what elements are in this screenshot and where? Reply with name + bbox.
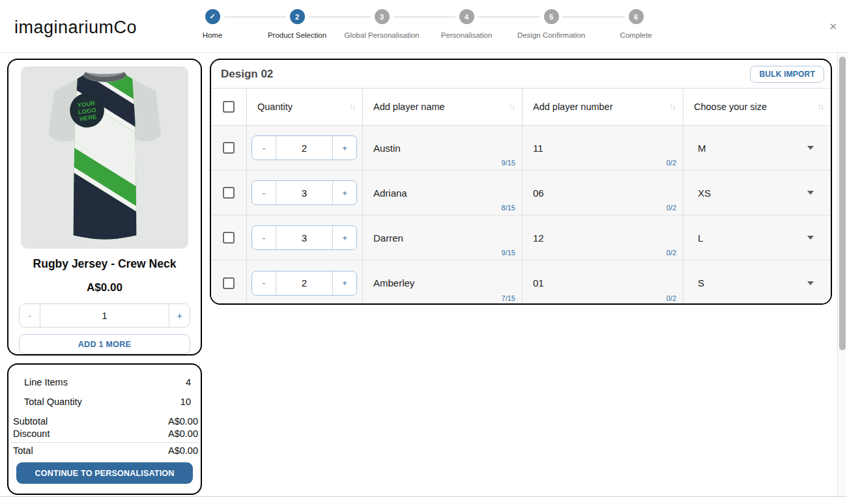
dropdown-caret-icon[interactable] <box>807 236 814 240</box>
select-all-header-cell <box>211 88 246 126</box>
step-label: Global Personalisation <box>344 31 419 39</box>
player-number-input[interactable]: 06 <box>523 188 544 199</box>
table-row-checkbox-cell <box>211 171 246 216</box>
player-name-input[interactable]: Amberley <box>363 277 414 288</box>
line-items-value: 4 <box>186 377 191 387</box>
decrement-button[interactable]: - <box>20 304 40 327</box>
player-number-input[interactable]: 12 <box>523 232 544 244</box>
step-design-confirmation[interactable]: 5 Design Confirmation <box>509 9 594 39</box>
total-quantity-row: Total Quantity 10 <box>24 397 191 407</box>
player-name-cell[interactable]: Amberley 7/15 <box>362 260 522 305</box>
player-number-cell[interactable]: 11 0/2 <box>522 126 683 171</box>
step-product-selection[interactable]: 2 Product Selection <box>255 9 339 39</box>
table-row-checkbox-cell <box>211 260 246 305</box>
dropdown-caret-icon[interactable] <box>807 146 814 150</box>
player-name-column-header[interactable]: Add player name ↑↓ <box>362 88 522 126</box>
step-home[interactable]: ✓ Home <box>170 9 255 39</box>
select-all-checkbox[interactable] <box>223 101 235 113</box>
table-row-checkbox-cell <box>211 126 246 171</box>
sort-icon[interactable]: ↑↓ <box>349 102 355 111</box>
row-checkbox[interactable] <box>223 277 235 289</box>
step-label: Product Selection <box>268 31 326 39</box>
player-name-cell[interactable]: Adriana 8/15 <box>362 171 522 216</box>
row-checkbox[interactable] <box>223 187 235 199</box>
size-select-cell[interactable]: L <box>683 216 831 260</box>
discount-value: A$0.00 <box>168 428 198 439</box>
step-personalisation[interactable]: 4 Personalisation <box>424 9 509 39</box>
total-quantity-label: Total Quantity <box>24 397 82 407</box>
increment-button[interactable]: + <box>332 226 356 249</box>
scrollbar-thumb[interactable] <box>839 57 846 350</box>
quantity-value[interactable]: 2 <box>276 136 332 160</box>
player-number-column-header[interactable]: Add player number ↑↓ <box>522 88 683 126</box>
continue-to-personalisation-button[interactable]: CONTINUE TO PERSONALISATION <box>16 462 193 484</box>
quantity-value[interactable]: 1 <box>40 304 169 327</box>
size-select-cell[interactable]: XS <box>683 171 831 216</box>
step-complete[interactable]: 6 Complete <box>594 9 678 39</box>
check-icon: ✓ <box>205 9 220 24</box>
product-image: YOUR LOGO HERE <box>21 66 188 249</box>
sort-icon[interactable]: ↑↓ <box>670 102 676 111</box>
sort-icon[interactable]: ↑↓ <box>818 102 824 111</box>
jersey-graphic: YOUR LOGO HERE <box>29 66 181 244</box>
player-number-cell[interactable]: 01 0/2 <box>522 260 683 305</box>
decrement-button[interactable]: - <box>252 272 276 295</box>
vertical-scrollbar[interactable] <box>837 53 847 496</box>
decrement-button[interactable]: - <box>252 136 276 160</box>
quantity-cell: - 3 + <box>246 171 362 216</box>
player-number-cell[interactable]: 06 0/2 <box>522 171 683 216</box>
size-select-cell[interactable]: M <box>683 126 831 171</box>
row-quantity-stepper: - 3 + <box>251 225 357 250</box>
player-name-input[interactable]: Austin <box>363 143 401 154</box>
player-number-input[interactable]: 01 <box>523 277 544 288</box>
total-quantity-value: 10 <box>180 397 191 407</box>
step-label: Home <box>203 31 223 39</box>
design-panel-header: Design 02 BULK IMPORT <box>211 60 831 88</box>
product-card: YOUR LOGO HERE Rugby Jersey - Crew Neck … <box>7 59 202 356</box>
total-row: Total A$0.00 <box>13 445 198 456</box>
design-panel: Design 02 BULK IMPORT Quantity ↑↓ Add pl… <box>210 59 832 305</box>
bulk-import-button[interactable]: BULK IMPORT <box>750 66 824 83</box>
player-name-cell[interactable]: Darren 9/15 <box>362 216 522 260</box>
sort-icon[interactable]: ↑↓ <box>509 102 515 111</box>
close-icon[interactable]: ✕ <box>829 21 837 31</box>
increment-button[interactable]: + <box>332 181 356 204</box>
step-connector <box>478 16 540 18</box>
decrement-button[interactable]: - <box>252 226 276 249</box>
increment-button[interactable]: + <box>169 304 190 327</box>
column-label: Add player name <box>373 102 445 112</box>
discount-row: Discount A$0.00 <box>13 428 198 439</box>
char-counter: 0/2 <box>667 294 676 302</box>
quantity-value[interactable]: 3 <box>276 181 332 204</box>
total-value: A$0.00 <box>168 445 198 456</box>
quantity-value[interactable]: 2 <box>276 272 332 295</box>
increment-button[interactable]: + <box>332 272 356 295</box>
step-connector <box>309 16 371 18</box>
product-price: A$0.00 <box>8 281 201 294</box>
row-checkbox[interactable] <box>223 232 235 244</box>
row-checkbox[interactable] <box>223 142 235 154</box>
add-one-more-button[interactable]: ADD 1 MORE <box>19 334 190 354</box>
size-select-cell[interactable]: S <box>683 260 831 305</box>
subtotal-label: Subtotal <box>13 416 48 427</box>
totals-divider <box>10 442 199 443</box>
char-counter: 0/2 <box>667 249 676 257</box>
line-items-label: Line Items <box>24 377 68 387</box>
size-column-header[interactable]: Choose your size ↑↓ <box>683 88 831 126</box>
quantity-value[interactable]: 3 <box>276 226 332 249</box>
player-name-input[interactable]: Adriana <box>363 188 407 199</box>
dropdown-caret-icon[interactable] <box>807 191 814 195</box>
quantity-column-header[interactable]: Quantity ↑↓ <box>246 88 362 126</box>
player-name-input[interactable]: Darren <box>363 232 403 244</box>
increment-button[interactable]: + <box>332 136 356 160</box>
player-number-input[interactable]: 11 <box>523 143 543 154</box>
step-connector <box>563 16 625 18</box>
player-name-cell[interactable]: Austin 9/15 <box>362 126 522 171</box>
dropdown-caret-icon[interactable] <box>807 281 814 285</box>
decrement-button[interactable]: - <box>252 181 276 204</box>
quantity-stepper: - 1 + <box>19 303 190 328</box>
row-quantity-stepper: - 2 + <box>251 135 357 160</box>
player-number-cell[interactable]: 12 0/2 <box>522 216 683 260</box>
app-header: imaginariumCo ✓ Home 2 Product Selection… <box>0 0 847 53</box>
step-global-personalisation[interactable]: 3 Global Personalisation <box>339 9 424 39</box>
